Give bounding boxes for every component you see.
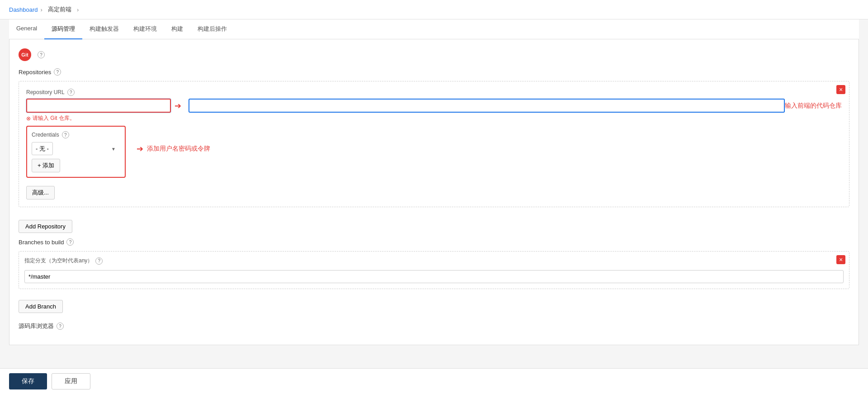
branch-box: × 指定分支（为空时代表any） ? <box>19 251 849 289</box>
annotation-arrow-credentials: ➔ <box>137 144 143 154</box>
repo-url-input-highlighted[interactable] <box>26 99 171 113</box>
main-content: General 源码管理 构建触发器 构建环境 构建 构建后操作 Git ? R… <box>0 19 868 394</box>
repo-url-help-icon[interactable]: ? <box>67 89 75 96</box>
repositories-section-header: Repositories ? <box>19 68 849 76</box>
tab-build[interactable]: 构建 <box>164 19 190 39</box>
credentials-label: Credentials ? <box>32 131 120 138</box>
breadcrumb-dashboard[interactable]: Dashboard <box>9 6 38 13</box>
tab-trigger[interactable]: 构建触发器 <box>82 19 126 39</box>
repo-url-input-full[interactable] <box>189 99 785 113</box>
credentials-add-button[interactable]: + 添加 <box>32 159 60 172</box>
credentials-annotation-row: ➔ 添加用户名密码或令牌 <box>133 126 210 154</box>
annotation-arrow-repo: ➔ <box>175 101 181 111</box>
save-button[interactable]: 保存 <box>9 373 47 389</box>
git-header: Git ? <box>19 48 849 61</box>
repo-close-button[interactable]: × <box>836 85 845 94</box>
git-help-icon[interactable]: ? <box>38 51 45 58</box>
credentials-select[interactable]: - 无 - <box>32 142 53 155</box>
git-icon: Git <box>19 48 31 61</box>
breadcrumb-current: 高定前端 <box>48 5 71 14</box>
advanced-button[interactable]: 高级... <box>26 186 55 199</box>
error-icon: ⊗ <box>26 115 31 122</box>
branches-label: Branches to build <box>19 239 64 246</box>
branch-label-text: 指定分支（为空时代表any） <box>24 257 93 265</box>
source-browser-help-icon[interactable]: ? <box>57 323 64 330</box>
add-repository-button[interactable]: Add Repository <box>19 220 72 233</box>
apply-button[interactable]: 应用 <box>52 373 90 389</box>
tab-source[interactable]: 源码管理 <box>44 19 82 39</box>
tab-bar: General 源码管理 构建触发器 构建环境 构建 构建后操作 <box>9 19 859 39</box>
repository-box: × Repository URL ? ➔ 输入前端的代码仓库 ⊗ 请输入 Git… <box>19 81 849 207</box>
credentials-select-wrapper: - 无 - <box>32 142 120 155</box>
annotation-text-credentials: 添加用户名密码或令牌 <box>147 145 210 153</box>
branches-section-header: Branches to build ? <box>19 238 849 246</box>
footer-bar: 保存 应用 <box>0 368 868 394</box>
repo-url-label: Repository URL <box>26 89 65 95</box>
breadcrumb-sep2: › <box>77 6 79 13</box>
error-text: ⊗ 请输入 Git 仓库。 <box>26 114 842 122</box>
branch-input[interactable] <box>24 270 844 283</box>
breadcrumb: Dashboard › 高定前端 › <box>0 0 868 19</box>
tab-env[interactable]: 构建环境 <box>126 19 164 39</box>
source-browser-section: 源码库浏览器 ? <box>19 322 849 330</box>
breadcrumb-sep1: › <box>41 6 42 13</box>
repo-url-field-label: Repository URL ? <box>26 89 842 96</box>
branches-help-icon[interactable]: ? <box>66 238 74 246</box>
tab-general[interactable]: General <box>9 19 44 39</box>
source-browser-label: 源码库浏览器 <box>19 322 54 330</box>
content-area: Git ? Repositories ? × Repository URL ? … <box>9 39 859 345</box>
branch-field-help-icon[interactable]: ? <box>95 257 103 265</box>
source-browser-header: 源码库浏览器 ? <box>19 322 849 330</box>
credentials-text: Credentials <box>32 132 59 138</box>
repositories-help-icon[interactable]: ? <box>54 68 61 76</box>
url-input-row: ➔ 输入前端的代码仓库 <box>26 99 842 113</box>
branch-field-label: 指定分支（为空时代表any） ? <box>24 257 844 265</box>
annotation-text-repo: 输入前端的代码仓库 <box>785 102 842 110</box>
add-branch-button[interactable]: Add Branch <box>19 300 63 313</box>
repositories-label: Repositories <box>19 69 51 76</box>
credentials-help-icon[interactable]: ? <box>62 131 69 138</box>
tab-post-build[interactable]: 构建后操作 <box>190 19 234 39</box>
error-message: 请输入 Git 仓库。 <box>33 114 75 122</box>
credentials-section: Credentials ? - 无 - + 添加 <box>26 126 126 178</box>
branch-close-button[interactable]: × <box>836 255 845 264</box>
